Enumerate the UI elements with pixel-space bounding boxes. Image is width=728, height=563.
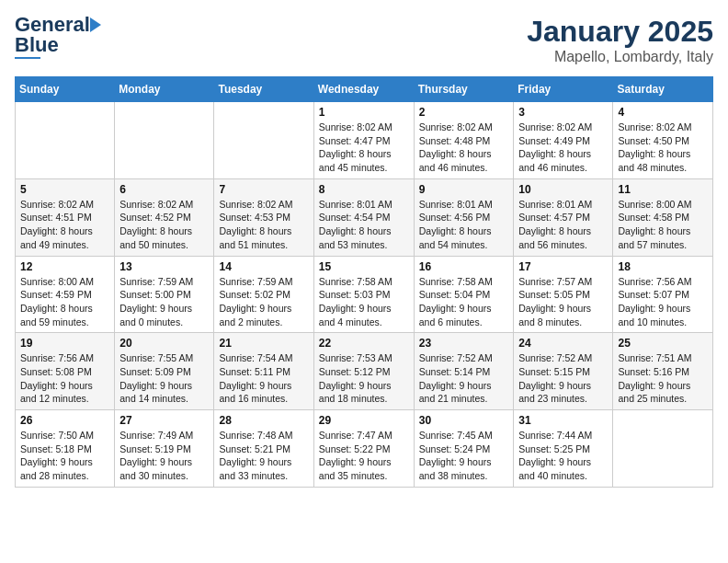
day-info: Sunrise: 7:59 AM Sunset: 5:02 PM Dayligh… bbox=[219, 275, 308, 329]
days-header-row: SundayMondayTuesdayWednesdayThursdayFrid… bbox=[16, 77, 713, 102]
day-info: Sunrise: 7:52 AM Sunset: 5:14 PM Dayligh… bbox=[419, 351, 509, 406]
calendar-header: SundayMondayTuesdayWednesdayThursdayFrid… bbox=[16, 77, 713, 102]
day-number: 11 bbox=[618, 183, 708, 196]
day-info: Sunrise: 7:48 AM Sunset: 5:21 PM Dayligh… bbox=[219, 429, 308, 483]
day-info: Sunrise: 7:56 AM Sunset: 5:08 PM Dayligh… bbox=[20, 351, 109, 406]
day-number: 21 bbox=[219, 337, 308, 350]
day-cell: 28Sunrise: 7:48 AM Sunset: 5:21 PM Dayli… bbox=[214, 410, 313, 488]
week-row-1: 1Sunrise: 8:02 AM Sunset: 4:47 PM Daylig… bbox=[16, 102, 713, 179]
day-header-sunday: Sunday bbox=[16, 77, 115, 102]
day-cell: 31Sunrise: 7:44 AM Sunset: 5:25 PM Dayli… bbox=[514, 410, 613, 488]
day-info: Sunrise: 7:52 AM Sunset: 5:15 PM Dayligh… bbox=[518, 351, 608, 406]
day-info: Sunrise: 8:01 AM Sunset: 4:56 PM Dayligh… bbox=[419, 198, 509, 252]
day-number: 31 bbox=[518, 414, 608, 427]
day-cell: 5Sunrise: 8:02 AM Sunset: 4:51 PM Daylig… bbox=[16, 178, 115, 256]
day-cell: 26Sunrise: 7:50 AM Sunset: 5:18 PM Dayli… bbox=[16, 410, 115, 488]
day-info: Sunrise: 8:02 AM Sunset: 4:48 PM Dayligh… bbox=[419, 121, 509, 175]
calendar-body: 1Sunrise: 8:02 AM Sunset: 4:47 PM Daylig… bbox=[16, 102, 713, 488]
day-cell: 17Sunrise: 7:57 AM Sunset: 5:05 PM Dayli… bbox=[514, 256, 613, 333]
day-info: Sunrise: 7:59 AM Sunset: 5:00 PM Dayligh… bbox=[119, 275, 209, 329]
day-info: Sunrise: 7:58 AM Sunset: 5:04 PM Dayligh… bbox=[419, 275, 509, 329]
day-number: 10 bbox=[518, 183, 608, 196]
day-number: 18 bbox=[618, 260, 708, 273]
day-cell: 8Sunrise: 8:01 AM Sunset: 4:54 PM Daylig… bbox=[313, 178, 414, 256]
day-header-saturday: Saturday bbox=[613, 77, 713, 102]
day-info: Sunrise: 8:02 AM Sunset: 4:52 PM Dayligh… bbox=[119, 198, 209, 252]
day-cell: 15Sunrise: 7:58 AM Sunset: 5:03 PM Dayli… bbox=[313, 256, 414, 333]
day-cell bbox=[613, 410, 713, 488]
day-number: 6 bbox=[119, 183, 209, 196]
day-number: 29 bbox=[319, 414, 409, 427]
day-info: Sunrise: 7:58 AM Sunset: 5:03 PM Dayligh… bbox=[319, 275, 409, 329]
day-cell: 23Sunrise: 7:52 AM Sunset: 5:14 PM Dayli… bbox=[414, 333, 514, 410]
day-info: Sunrise: 7:49 AM Sunset: 5:19 PM Dayligh… bbox=[119, 429, 209, 483]
day-info: Sunrise: 7:44 AM Sunset: 5:25 PM Dayligh… bbox=[518, 429, 608, 483]
day-cell: 11Sunrise: 8:00 AM Sunset: 4:58 PM Dayli… bbox=[613, 178, 713, 256]
day-info: Sunrise: 8:02 AM Sunset: 4:51 PM Dayligh… bbox=[20, 198, 109, 252]
day-number: 15 bbox=[319, 260, 409, 273]
day-info: Sunrise: 7:55 AM Sunset: 5:09 PM Dayligh… bbox=[119, 351, 209, 406]
day-cell: 22Sunrise: 7:53 AM Sunset: 5:12 PM Dayli… bbox=[313, 333, 414, 410]
day-info: Sunrise: 7:45 AM Sunset: 5:24 PM Dayligh… bbox=[419, 429, 509, 483]
page-header: General Blue January 2025 Mapello, Lomba… bbox=[15, 15, 713, 65]
day-number: 2 bbox=[419, 106, 509, 119]
day-number: 7 bbox=[219, 183, 308, 196]
day-cell: 10Sunrise: 8:01 AM Sunset: 4:57 PM Dayli… bbox=[514, 178, 613, 256]
day-info: Sunrise: 8:02 AM Sunset: 4:50 PM Dayligh… bbox=[618, 121, 708, 175]
day-info: Sunrise: 8:00 AM Sunset: 4:58 PM Dayligh… bbox=[618, 198, 708, 252]
day-cell bbox=[16, 102, 115, 179]
day-number: 20 bbox=[119, 337, 209, 350]
day-info: Sunrise: 7:56 AM Sunset: 5:07 PM Dayligh… bbox=[618, 275, 708, 329]
day-number: 12 bbox=[20, 260, 109, 273]
logo: General Blue bbox=[15, 15, 101, 59]
day-number: 5 bbox=[20, 183, 109, 196]
day-cell: 4Sunrise: 8:02 AM Sunset: 4:50 PM Daylig… bbox=[613, 102, 713, 179]
day-cell bbox=[115, 102, 214, 179]
day-cell: 30Sunrise: 7:45 AM Sunset: 5:24 PM Dayli… bbox=[414, 410, 514, 488]
day-cell: 27Sunrise: 7:49 AM Sunset: 5:19 PM Dayli… bbox=[115, 410, 214, 488]
day-info: Sunrise: 8:01 AM Sunset: 4:57 PM Dayligh… bbox=[518, 198, 608, 252]
day-cell: 12Sunrise: 8:00 AM Sunset: 4:59 PM Dayli… bbox=[16, 256, 115, 333]
day-info: Sunrise: 7:51 AM Sunset: 5:16 PM Dayligh… bbox=[618, 351, 708, 406]
day-number: 9 bbox=[419, 183, 509, 196]
day-cell: 2Sunrise: 8:02 AM Sunset: 4:48 PM Daylig… bbox=[414, 102, 514, 179]
week-row-5: 26Sunrise: 7:50 AM Sunset: 5:18 PM Dayli… bbox=[16, 410, 713, 488]
day-cell: 21Sunrise: 7:54 AM Sunset: 5:11 PM Dayli… bbox=[214, 333, 313, 410]
calendar-table: SundayMondayTuesdayWednesdayThursdayFrid… bbox=[15, 76, 713, 488]
day-cell: 6Sunrise: 8:02 AM Sunset: 4:52 PM Daylig… bbox=[115, 178, 214, 256]
day-number: 4 bbox=[618, 106, 708, 119]
day-info: Sunrise: 8:01 AM Sunset: 4:54 PM Dayligh… bbox=[319, 198, 409, 252]
day-header-wednesday: Wednesday bbox=[313, 77, 414, 102]
day-cell: 19Sunrise: 7:56 AM Sunset: 5:08 PM Dayli… bbox=[16, 333, 115, 410]
day-info: Sunrise: 8:02 AM Sunset: 4:49 PM Dayligh… bbox=[518, 121, 608, 175]
day-number: 27 bbox=[119, 414, 209, 427]
day-info: Sunrise: 7:50 AM Sunset: 5:18 PM Dayligh… bbox=[20, 429, 109, 483]
day-number: 3 bbox=[518, 106, 608, 119]
day-number: 26 bbox=[20, 414, 109, 427]
calendar-title: January 2025 bbox=[527, 15, 713, 49]
day-info: Sunrise: 7:53 AM Sunset: 5:12 PM Dayligh… bbox=[319, 351, 409, 406]
day-cell: 1Sunrise: 8:02 AM Sunset: 4:47 PM Daylig… bbox=[313, 102, 414, 179]
day-number: 16 bbox=[419, 260, 509, 273]
day-cell: 18Sunrise: 7:56 AM Sunset: 5:07 PM Dayli… bbox=[613, 256, 713, 333]
day-number: 22 bbox=[319, 337, 409, 350]
day-number: 1 bbox=[319, 106, 409, 119]
day-cell bbox=[214, 102, 313, 179]
title-block: January 2025 Mapello, Lombardy, Italy bbox=[527, 15, 713, 65]
day-number: 23 bbox=[419, 337, 509, 350]
day-number: 19 bbox=[20, 337, 109, 350]
day-number: 25 bbox=[618, 337, 708, 350]
day-cell: 7Sunrise: 8:02 AM Sunset: 4:53 PM Daylig… bbox=[214, 178, 313, 256]
day-cell: 3Sunrise: 8:02 AM Sunset: 4:49 PM Daylig… bbox=[514, 102, 613, 179]
day-info: Sunrise: 7:57 AM Sunset: 5:05 PM Dayligh… bbox=[518, 275, 608, 329]
day-number: 13 bbox=[119, 260, 209, 273]
logo-blue: Blue bbox=[15, 35, 59, 55]
day-cell: 20Sunrise: 7:55 AM Sunset: 5:09 PM Dayli… bbox=[115, 333, 214, 410]
day-header-friday: Friday bbox=[514, 77, 613, 102]
day-cell: 14Sunrise: 7:59 AM Sunset: 5:02 PM Dayli… bbox=[214, 256, 313, 333]
day-header-monday: Monday bbox=[115, 77, 214, 102]
day-cell: 24Sunrise: 7:52 AM Sunset: 5:15 PM Dayli… bbox=[514, 333, 613, 410]
day-cell: 25Sunrise: 7:51 AM Sunset: 5:16 PM Dayli… bbox=[613, 333, 713, 410]
day-number: 30 bbox=[419, 414, 509, 427]
day-number: 28 bbox=[219, 414, 308, 427]
